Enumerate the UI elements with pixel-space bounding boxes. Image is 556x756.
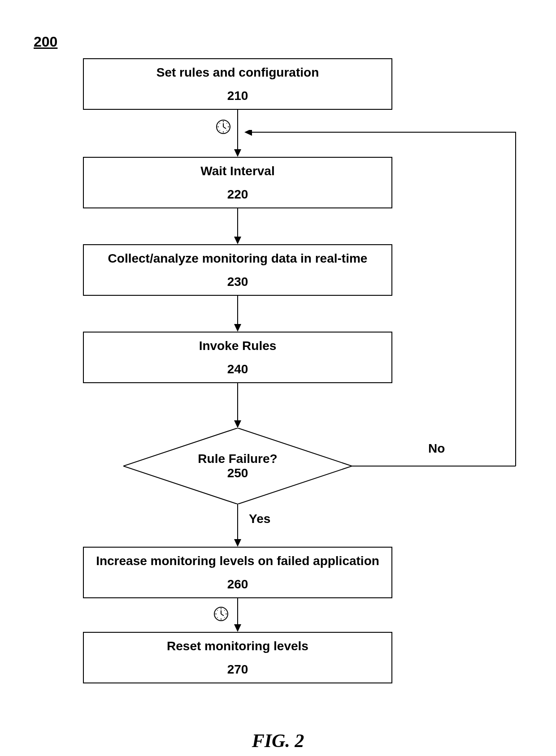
svg-marker-25 (234, 624, 241, 632)
box-220-num: 220 (227, 187, 248, 202)
svg-marker-17 (234, 324, 241, 332)
box-230: Collect/analyze monitoring data in real-… (83, 244, 392, 296)
svg-marker-15 (234, 237, 241, 244)
box-240-num: 240 (227, 362, 248, 376)
box-240: Invoke Rules 240 (83, 332, 392, 383)
no-label: No (428, 441, 445, 456)
svg-marker-23 (234, 539, 241, 547)
svg-marker-1 (234, 149, 241, 157)
box-230-num: 230 (227, 275, 248, 289)
clock-icon-1 (215, 119, 231, 135)
yes-label: Yes (249, 512, 270, 526)
clock-icon-2 (213, 606, 229, 622)
arrow-240-250 (233, 383, 242, 428)
box-260-num: 260 (227, 577, 248, 592)
page-number: 200 (34, 34, 57, 50)
figure-label: FIG. 2 (252, 730, 304, 752)
box-270-num: 270 (227, 662, 248, 677)
flowchart-container: Set rules and configuration 210 Wait Int… (67, 58, 520, 695)
decision-250-title: Rule Failure? (198, 452, 277, 466)
arrow-220-230 (233, 208, 242, 244)
arrow-260-270 (233, 598, 242, 632)
box-210-num: 210 (227, 89, 248, 103)
arrow-no-segment (352, 462, 518, 471)
arrow-230-240 (233, 296, 242, 332)
box-230-title: Collect/analyze monitoring data in real-… (108, 251, 368, 266)
box-260: Increase monitoring levels on failed app… (83, 547, 392, 598)
box-210-title: Set rules and configuration (156, 65, 319, 80)
box-220-title: Wait Interval (200, 164, 274, 178)
box-220: Wait Interval 220 (83, 157, 392, 208)
decision-250-num: 250 (198, 466, 277, 480)
box-270-title: Reset monitoring levels (167, 639, 308, 653)
arrow-210-220 (233, 110, 242, 157)
arrow-250-260 (233, 504, 242, 547)
box-240-title: Invoke Rules (199, 339, 277, 353)
box-260-title: Increase monitoring levels on failed app… (96, 554, 379, 568)
svg-marker-19 (234, 420, 241, 428)
box-270: Reset monitoring levels 270 (83, 632, 392, 683)
decision-250: Rule Failure? 250 (123, 428, 352, 504)
box-210: Set rules and configuration 210 (83, 58, 392, 110)
svg-marker-13 (244, 130, 252, 136)
